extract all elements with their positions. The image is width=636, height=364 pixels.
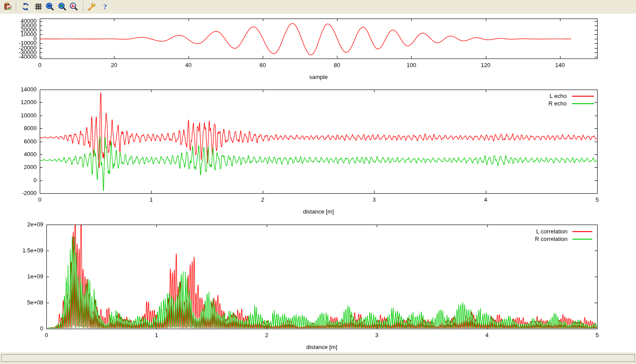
zoom-previous-button[interactable]	[44, 1, 56, 13]
toolbar-separator	[83, 2, 84, 11]
autoscale-icon	[69, 2, 78, 11]
toolbar-separator	[16, 2, 17, 11]
zoom-next-icon	[58, 2, 67, 11]
copy-to-clipboard-button[interactable]	[2, 1, 14, 13]
refresh-button[interactable]	[20, 1, 31, 13]
help-icon: ?	[101, 2, 110, 11]
clipboard-chart-icon	[4, 2, 12, 11]
configure-button[interactable]	[86, 1, 98, 13]
status-field	[1, 354, 635, 362]
autoscale-button[interactable]	[68, 1, 80, 13]
help-button[interactable]: ?	[99, 1, 111, 13]
grid-icon	[34, 2, 43, 11]
wrench-icon	[87, 2, 96, 11]
svg-text:?: ?	[103, 3, 107, 11]
toolbar: ?	[0, 0, 636, 14]
gnuplot-canvas[interactable]	[0, 0, 636, 364]
zoom-previous-icon	[45, 2, 54, 11]
zoom-next-button[interactable]	[57, 1, 68, 13]
statusbar	[0, 353, 636, 364]
grid-button[interactable]	[33, 1, 44, 13]
refresh-icon	[21, 2, 30, 11]
